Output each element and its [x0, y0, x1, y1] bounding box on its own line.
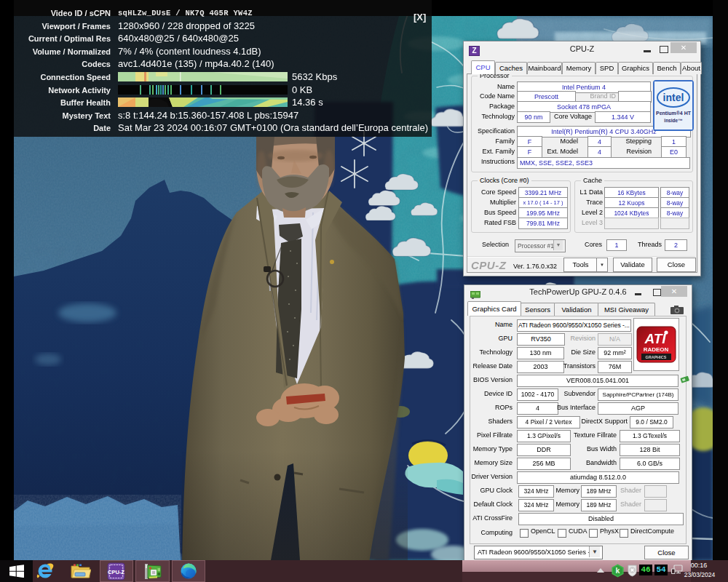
svg-text:GRAPHICS: GRAPHICS — [645, 355, 666, 359]
svg-text:CPU-Z: CPU-Z — [108, 569, 124, 575]
svg-text:inside™: inside™ — [664, 118, 682, 123]
svg-text:k: k — [616, 567, 620, 575]
svg-text:ATI: ATI — [644, 331, 666, 346]
svg-text:Pentium®4 HT: Pentium®4 HT — [656, 111, 692, 116]
svg-text:RADEON: RADEON — [644, 346, 669, 353]
svg-text:intel: intel — [663, 92, 684, 103]
